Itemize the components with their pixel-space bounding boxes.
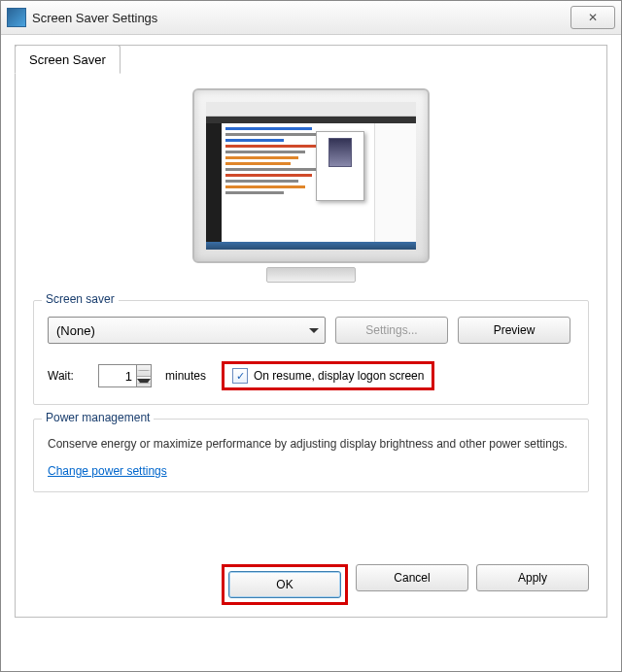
wait-spinner[interactable] [98, 364, 152, 387]
window-title: Screen Saver Settings [32, 11, 570, 25]
chevron-down-icon [309, 328, 319, 333]
screensaver-settings-window: Screen Saver Settings ✕ Screen Saver [0, 0, 622, 672]
apply-button[interactable]: Apply [476, 564, 589, 591]
change-power-settings-link[interactable]: Change power settings [48, 464, 167, 478]
close-icon: ✕ [588, 11, 598, 24]
tab-body: Screen saver (None) Settings... Preview [16, 73, 606, 617]
ok-button[interactable]: OK [228, 571, 341, 598]
power-legend: Power management [42, 411, 154, 424]
wait-label: Wait: [48, 369, 88, 383]
preview-button[interactable]: Preview [458, 317, 570, 344]
screensaver-legend: Screen saver [42, 292, 119, 306]
screensaver-dropdown[interactable]: (None) [48, 317, 326, 344]
dropdown-value: (None) [56, 323, 95, 338]
titlebar: Screen Saver Settings ✕ [1, 1, 621, 35]
check-icon: ✓ [236, 370, 245, 383]
monitor-stand [266, 267, 356, 283]
action-row: OK Cancel Apply [222, 564, 589, 605]
resume-label: On resume, display logon screen [254, 369, 424, 383]
ok-highlight: OK [222, 564, 348, 605]
power-description: Conserve energy or maximize performance … [48, 435, 574, 453]
monitor-screen [206, 102, 416, 250]
spinner-down-button[interactable] [137, 377, 151, 387]
tab-screensaver[interactable]: Screen Saver [15, 45, 121, 74]
tab-frame: Screen Saver [15, 45, 607, 618]
power-management-group: Power management Conserve energy or maxi… [33, 419, 589, 492]
spinner-up-button[interactable] [137, 365, 151, 377]
tab-label: Screen Saver [29, 52, 106, 67]
client-area: Screen Saver [1, 35, 621, 631]
cancel-button[interactable]: Cancel [356, 564, 468, 591]
resume-highlight: ✓ On resume, display logon screen [222, 361, 434, 390]
monitor-bezel [192, 88, 430, 263]
minutes-label: minutes [165, 369, 206, 383]
chevron-down-icon [137, 379, 151, 384]
resume-checkbox[interactable]: ✓ [232, 368, 248, 384]
chevron-up-icon [137, 370, 151, 371]
settings-button[interactable]: Settings... [335, 317, 448, 344]
app-icon [7, 8, 26, 27]
monitor-preview [192, 88, 430, 283]
wait-input[interactable] [98, 364, 137, 387]
close-button[interactable]: ✕ [570, 6, 615, 29]
screensaver-group: Screen saver (None) Settings... Preview [33, 300, 589, 405]
